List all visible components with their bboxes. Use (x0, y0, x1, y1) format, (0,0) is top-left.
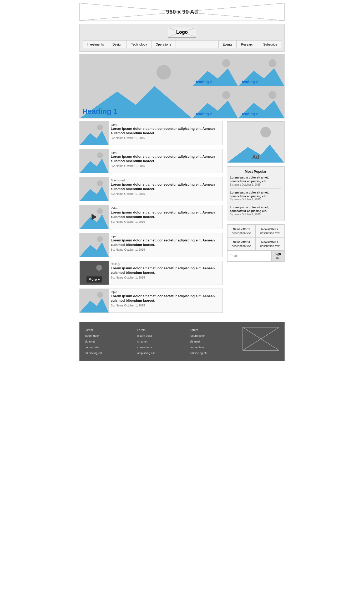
logo-text: Logo (176, 29, 188, 35)
footer: Lorem ipsum dolor sit amet consectetur a… (79, 322, 285, 361)
gallery-more-label: More + (87, 276, 102, 282)
hero-side: Heading 2 Heading 2 (192, 54, 284, 118)
article-byline-5: By: Name October 1, 2015 (111, 276, 220, 279)
main-content: topic Lorem ipsum dolor sit amet, consec… (79, 121, 223, 316)
article-image-1 (80, 149, 109, 173)
logo-box[interactable]: Logo (168, 27, 196, 38)
hero-main[interactable]: Heading 1 (80, 54, 192, 118)
footer-col3-item-4: adipiscing elit. (190, 350, 237, 356)
popular-item-0[interactable]: Lorem ipsum dolor sit amet, consectetur … (230, 176, 281, 189)
nav-subscribe[interactable]: Subscribe (259, 41, 281, 48)
newsletter-email-input[interactable] (227, 250, 271, 261)
footer-col2-item-1: ipsum dolor (137, 333, 185, 339)
hero-side-label-3: Heading 2 (240, 112, 258, 116)
article-4[interactable]: topic Lorem ipsum dolor sit amet, consec… (79, 233, 223, 257)
nav-design[interactable]: Design (108, 41, 127, 48)
article-title-1: Lorem ipsum dolor sit amet, consectetur … (111, 155, 220, 163)
article-image-2 (80, 177, 109, 201)
footer-col1-item-2: sit amet (85, 339, 132, 344)
newsletter-cell-3[interactable]: Newsletter 4 description text (256, 238, 284, 251)
svg-marker-7 (80, 186, 109, 201)
ad-banner-text: 960 x 90 Ad (166, 8, 198, 15)
svg-marker-5 (80, 131, 109, 145)
footer-col1-item-1: ipsum dolor (85, 333, 132, 339)
footer-col-1: Lorem ipsum dolor sit amet consectetur a… (85, 327, 132, 356)
article-5[interactable]: More + Gallery Lorem ipsum dolor sit ame… (79, 261, 223, 285)
hero-side-item-1[interactable]: Heading 2 (238, 54, 284, 86)
svg-marker-10 (80, 298, 109, 313)
nav-operations[interactable]: Operations (151, 41, 176, 48)
footer-col2-item-3: consectetur (137, 344, 185, 350)
article-2[interactable]: Sponsored Lorem ipsum dolor sit amet, co… (79, 177, 223, 201)
newsletter-cell-2[interactable]: Newsletter 3 description text (227, 238, 256, 251)
hero-side-label-2: Heading 2 (194, 112, 212, 116)
newsletter-cell-0[interactable]: Newsletter 1 description text (227, 225, 256, 238)
newsletter-cell-1[interactable]: Newsletter 2 description text (256, 225, 284, 238)
header: Logo Investments Design Technology Opera… (79, 24, 285, 52)
article-3[interactable]: Video Lorem ipsum dolor sit amet, consec… (79, 205, 223, 229)
article-image-4 (80, 233, 109, 257)
article-title-3: Lorem ipsum dolor sit amet, consectetur … (111, 210, 220, 219)
hero-side-image-3: Heading 2 (238, 86, 284, 118)
popular-item-title-2: Lorem ipsum dolor sit amet, consectetur … (230, 205, 281, 213)
svg-marker-9 (80, 242, 109, 257)
article-topic-4: topic (111, 235, 220, 238)
hero-main-label: Heading 1 (82, 107, 118, 116)
popular-item-1[interactable]: Lorem ipsum dolor sit amet, consectetur … (230, 191, 281, 204)
footer-col1-item-3: consectetur (85, 344, 132, 350)
article-1[interactable]: topic Lorem ipsum dolor sit amet, consec… (79, 149, 223, 173)
newsletter-desc-2: description text (230, 244, 253, 248)
logo-area: Logo (83, 27, 281, 38)
newsletter-box: Newsletter 1 description text Newsletter… (227, 224, 285, 262)
article-0[interactable]: topic Lorem ipsum dolor sit amet, consec… (79, 121, 223, 145)
article-image-3 (80, 205, 109, 229)
newsletter-name-0: Newsletter 1 (230, 227, 253, 231)
hero-side-item-2[interactable]: Heading 2 (192, 86, 238, 118)
play-icon (92, 214, 97, 220)
article-topic-0: topic (111, 123, 220, 126)
hero-main-image: Heading 1 (80, 54, 192, 118)
article-title-4: Lorem ipsum dolor sit amet, consectetur … (111, 238, 220, 247)
most-popular-title: Most Popular (230, 170, 281, 173)
article-body-4: topic Lorem ipsum dolor sit amet, consec… (109, 233, 223, 257)
article-body-6: topic Lorem ipsum dolor sit amet, consec… (109, 289, 223, 313)
article-topic-6: topic (111, 290, 220, 294)
article-body-2: Sponsored Lorem ipsum dolor sit amet, co… (109, 177, 223, 201)
hero-side-image-2: Heading 2 (192, 86, 238, 118)
article-body-1: topic Lorem ipsum dolor sit amet, consec… (109, 149, 223, 173)
article-topic-1: topic (111, 151, 220, 154)
popular-item-title-1: Lorem ipsum dolor sit amet, consectetur … (230, 191, 281, 198)
nav-technology[interactable]: Technology (127, 41, 151, 48)
article-byline-6: By: Name October 1, 2015 (111, 304, 220, 307)
article-body-3: Video Lorem ipsum dolor sit amet, consec… (109, 205, 223, 229)
article-byline-4: By: Name October 1, 2015 (111, 248, 220, 251)
article-title-0: Lorem ipsum dolor sit amet, consectetur … (111, 127, 220, 136)
newsletter-desc-0: description text (230, 231, 253, 235)
footer-col2-item-4: adipiscing elit. (137, 350, 185, 356)
footer-col2-item-0: Lorem (137, 327, 185, 333)
footer-col2-item-2: sit amet (137, 339, 185, 344)
nav-bar: Investments Design Technology Operations… (83, 40, 281, 48)
article-topic-3: Video (111, 207, 220, 210)
footer-col3-item-2: sit amet (190, 339, 237, 344)
hero-side-image-0: Heading 2 (192, 54, 238, 86)
nav-investments[interactable]: Investments (83, 41, 108, 48)
newsletter-grid: Newsletter 1 description text Newsletter… (227, 225, 284, 251)
hero-side-label-0: Heading 2 (194, 80, 212, 84)
newsletter-signup-button[interactable]: Sign up (271, 250, 284, 261)
popular-item-title-0: Lorem ipsum dolor sit amet, consectetur … (230, 176, 281, 183)
hero-side-item-0[interactable]: Heading 2 (192, 54, 238, 86)
nav-events[interactable]: Events (218, 41, 237, 48)
newsletter-desc-1: description text (258, 231, 282, 235)
article-byline-1: By: Name October 1, 2015 (111, 164, 220, 167)
hero-side-label-1: Heading 2 (240, 80, 258, 84)
footer-col1-item-0: Lorem (85, 327, 132, 333)
article-body-5: Gallery Lorem ipsum dolor sit amet, cons… (109, 261, 223, 285)
article-6[interactable]: topic Lorem ipsum dolor sit amet, consec… (79, 289, 223, 313)
nav-research[interactable]: Research (236, 41, 259, 48)
hero-grid: Heading 1 Heading 2 (79, 54, 285, 118)
popular-item-byline-0: By: name October 1, 2015 (230, 183, 281, 186)
sidebar-ad: Ad (227, 121, 285, 163)
hero-side-item-3[interactable]: Heading 2 (238, 86, 284, 118)
popular-item-2[interactable]: Lorem ipsum dolor sit amet, consectetur … (230, 205, 281, 218)
